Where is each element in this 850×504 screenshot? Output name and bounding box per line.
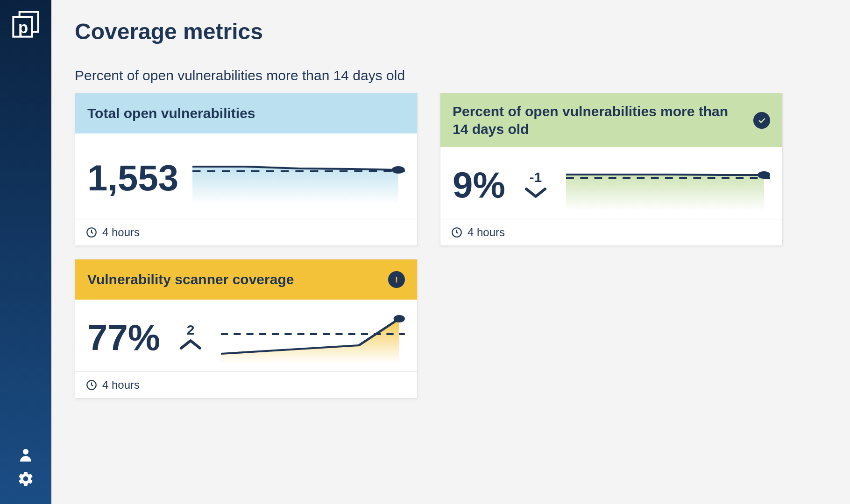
user-icon[interactable] xyxy=(17,446,34,463)
section-subtitle: Percent of open vulnerabilities more tha… xyxy=(75,68,827,84)
clock-icon xyxy=(451,226,463,238)
sidebar: p xyxy=(0,0,51,504)
app-logo[interactable]: p xyxy=(11,9,41,39)
page-title: Coverage metrics xyxy=(75,19,827,44)
metric-value: 9% xyxy=(453,164,505,206)
card-vulnerability-scanner-coverage[interactable]: Vulnerability scanner coverage 77% 2 xyxy=(75,259,418,399)
card-title: Percent of open vulnerabilities more tha… xyxy=(453,103,745,138)
card-title: Vulnerability scanner coverage xyxy=(87,271,294,288)
card-header: Total open vulnerabilities xyxy=(75,93,417,133)
svg-point-5 xyxy=(392,166,405,174)
card-total-open-vulnerabilities[interactable]: Total open vulnerabilities 1,553 xyxy=(75,93,418,246)
card-footer: 4 hours xyxy=(75,219,417,245)
trend-value: 2 xyxy=(187,323,195,337)
card-title: Total open vulnerabilities xyxy=(87,105,255,122)
card-body: 1,553 xyxy=(75,133,417,219)
check-icon xyxy=(757,116,766,125)
status-alert-badge xyxy=(388,271,405,288)
svg-point-11 xyxy=(396,281,397,283)
card-footer-text: 4 hours xyxy=(102,226,140,239)
gear-icon[interactable] xyxy=(17,470,34,487)
card-body: 77% 2 xyxy=(75,300,417,371)
svg-point-3 xyxy=(23,449,28,455)
card-footer: 4 hours xyxy=(75,371,417,398)
clock-icon xyxy=(85,226,98,238)
alert-icon xyxy=(392,275,401,284)
metric-value: 77% xyxy=(87,316,160,359)
svg-point-13 xyxy=(394,315,405,322)
sparkline xyxy=(192,153,405,204)
card-header: Vulnerability scanner coverage xyxy=(75,259,417,300)
card-footer-text: 4 hours xyxy=(468,226,505,239)
card-footer-text: 4 hours xyxy=(102,378,140,392)
chevron-up-icon xyxy=(178,338,203,352)
trend-indicator: -1 xyxy=(519,170,552,199)
metric-value: 1,553 xyxy=(87,157,178,199)
sparkline xyxy=(221,312,405,363)
chevron-down-icon xyxy=(524,185,548,199)
cards-grid: Total open vulnerabilities 1,553 xyxy=(75,93,827,399)
card-body: 9% -1 xyxy=(440,147,782,219)
card-header: Percent of open vulnerabilities more tha… xyxy=(440,93,782,147)
card-footer: 4 hours xyxy=(440,219,782,245)
trend-indicator: 2 xyxy=(174,323,207,352)
clock-icon xyxy=(85,379,98,391)
sparkline xyxy=(566,159,770,210)
main-content: Coverage metrics Percent of open vulnera… xyxy=(51,0,850,504)
trend-value: -1 xyxy=(529,170,542,184)
svg-text:p: p xyxy=(18,19,28,36)
svg-point-8 xyxy=(758,171,770,179)
card-percent-open-vulnerabilities-14-days[interactable]: Percent of open vulnerabilities more tha… xyxy=(440,93,783,246)
status-check-badge xyxy=(753,112,770,129)
